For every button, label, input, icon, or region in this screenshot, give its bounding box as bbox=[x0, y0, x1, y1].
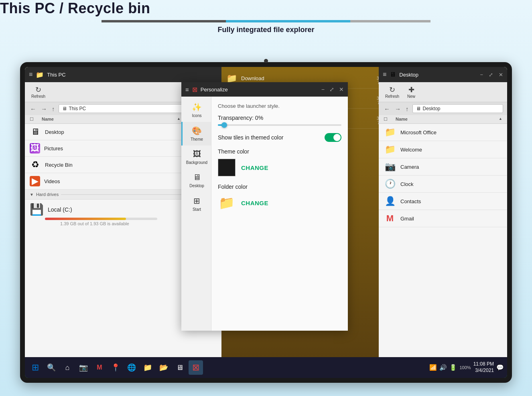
show-tiles-label: Show tiles in themed color bbox=[218, 134, 283, 141]
change-folder-button[interactable]: CHANGE bbox=[241, 200, 268, 206]
right-nav-bar: ← → ↑ 🖥 Desktop bbox=[379, 102, 507, 115]
folder-color-swatch: 📁 bbox=[218, 194, 236, 212]
maps-button[interactable]: 📍 bbox=[108, 360, 123, 375]
toggle-knob bbox=[333, 134, 341, 141]
right-new-button[interactable]: ✚ New bbox=[405, 85, 418, 99]
left-refresh-button[interactable]: ↻ Refresh bbox=[29, 85, 48, 99]
icons-label: Icons bbox=[192, 113, 202, 118]
sidebar-item-theme[interactable]: 🎨 Theme bbox=[181, 122, 211, 145]
right-close-btn[interactable]: ✕ bbox=[499, 72, 503, 78]
right-nav-path[interactable]: 🖥 Desktop bbox=[412, 104, 504, 113]
home-button[interactable]: ⌂ bbox=[60, 360, 75, 375]
file-name: Contacts bbox=[400, 198, 502, 204]
search-button[interactable]: 🔍 bbox=[44, 360, 59, 375]
start-button[interactable]: ⊞ bbox=[28, 360, 43, 375]
back-button[interactable]: ← bbox=[29, 105, 37, 112]
close-button[interactable]: ✕ bbox=[339, 86, 344, 93]
welcome-icon: 📁 bbox=[384, 144, 396, 155]
sidebar-item-background[interactable]: 🖼 Background bbox=[181, 145, 211, 169]
dialog-hamburger-icon[interactable]: ≡ bbox=[185, 86, 189, 93]
sidebar-item-desktop[interactable]: 🖥 Desktop bbox=[181, 169, 211, 192]
theme-color-swatch bbox=[218, 159, 236, 176]
right-refresh-label: Refresh bbox=[385, 94, 399, 99]
clock-app-icon: 🕐 bbox=[384, 179, 396, 189]
gmail-icon: M bbox=[384, 213, 396, 224]
dialog-main: Choose the launcher style. Transparency:… bbox=[211, 97, 348, 331]
page-subtitle: Fully integrated file explorer bbox=[0, 26, 532, 34]
progress-bar-blue bbox=[226, 20, 350, 22]
sidebar-item-icons[interactable]: ✨ Icons bbox=[181, 98, 211, 122]
dialog-title: Personalize bbox=[201, 87, 317, 93]
personalize-icon: ⊠ bbox=[192, 86, 197, 93]
right-path-text: Desktop bbox=[423, 106, 441, 111]
col-name-header: Name bbox=[42, 117, 173, 122]
zoom-badge: 100% bbox=[459, 365, 471, 370]
page-header: This PC / Recycle bin Fully integrated f… bbox=[0, 0, 532, 34]
left-path-text: This PC bbox=[69, 106, 86, 111]
date-display: 3/4/2021 bbox=[473, 368, 494, 374]
tablet-frame: ≡ 📁 This PC ↻ Refresh ← → ↑ 🖥 T bbox=[20, 62, 512, 383]
right-back-button[interactable]: ← bbox=[383, 105, 391, 112]
maximize-button[interactable]: ⤢ bbox=[329, 86, 334, 93]
file-name: Camera bbox=[400, 164, 502, 170]
transparency-slider[interactable] bbox=[218, 124, 341, 126]
refresh-icon: ↻ bbox=[35, 85, 41, 94]
gmail-button[interactable]: M bbox=[92, 360, 107, 375]
folder-color-row: 📁 CHANGE bbox=[218, 194, 341, 212]
desktop-sidebar-icon: 🖥 bbox=[193, 173, 201, 182]
camera-dot bbox=[264, 59, 268, 63]
office-icon: 📁 bbox=[384, 127, 396, 137]
files-button[interactable]: 📁 bbox=[140, 360, 155, 375]
right-forward-button[interactable]: → bbox=[394, 105, 402, 112]
volume-icon: 🔊 bbox=[439, 364, 447, 371]
dialog-sidebar: ✨ Icons 🎨 Theme 🖼 Background bbox=[181, 97, 211, 331]
up-button[interactable]: ↑ bbox=[51, 105, 56, 112]
right-path-icon: 🖥 bbox=[416, 106, 421, 111]
camera-button[interactable]: 📷 bbox=[76, 360, 91, 375]
list-item[interactable]: M Gmail bbox=[379, 210, 507, 227]
theme-color-row: CHANGE bbox=[218, 159, 341, 176]
recycle-bin-icon: ♻ bbox=[30, 160, 41, 170]
left-refresh-label: Refresh bbox=[31, 94, 45, 99]
monitor-button[interactable]: 🖥 bbox=[173, 360, 187, 375]
browser-button[interactable]: 🌐 bbox=[124, 360, 139, 375]
personalize-button[interactable]: ⊠ bbox=[189, 360, 203, 375]
list-item[interactable]: 🕐 Clock bbox=[379, 176, 507, 193]
right-minimize-btn[interactable]: − bbox=[480, 72, 483, 78]
drive-bar-bg bbox=[45, 218, 157, 220]
left-titlebar: ≡ 📁 This PC bbox=[25, 67, 221, 82]
personalize-dialog: ≡ ⊠ Personalize − ⤢ ✕ ✨ Icons bbox=[181, 82, 348, 331]
list-item[interactable]: 📷 Camera bbox=[379, 158, 507, 176]
show-tiles-toggle[interactable] bbox=[325, 133, 341, 142]
drive-bar-fill bbox=[45, 218, 126, 220]
sidebar-item-start[interactable]: ⊞ Start bbox=[181, 192, 211, 216]
theme-label: Theme bbox=[191, 137, 203, 141]
section-description: Choose the launcher style. bbox=[218, 103, 341, 109]
right-titlebar: ≡ 🖥 Desktop − ⤢ ✕ bbox=[379, 67, 507, 82]
left-title-text: This PC bbox=[47, 72, 65, 78]
time-display: 11:08 PM bbox=[473, 361, 494, 368]
left-hamburger-icon[interactable]: ≡ bbox=[29, 71, 32, 78]
theme-icon: 🎨 bbox=[192, 126, 202, 135]
forward-button[interactable]: → bbox=[40, 105, 48, 112]
right-refresh-button[interactable]: ↻ Refresh bbox=[383, 85, 402, 99]
file-name: Gmail bbox=[400, 216, 502, 222]
videos-icon: ▶ bbox=[30, 176, 40, 186]
right-hamburger-icon[interactable]: ≡ bbox=[383, 71, 386, 78]
left-path-icon: 🖥 bbox=[62, 106, 67, 111]
dialog-titlebar: ≡ ⊠ Personalize − ⤢ ✕ bbox=[181, 82, 348, 97]
files2-button[interactable]: 📂 bbox=[156, 360, 171, 375]
right-file-list: 📁 Microsoft Office 📁 Welcome 📷 Camera 🕐 … bbox=[379, 124, 507, 357]
right-maximize-btn[interactable]: ⤢ bbox=[489, 72, 493, 78]
minimize-button[interactable]: − bbox=[321, 86, 325, 93]
section-chevron: ▼ bbox=[30, 192, 34, 197]
list-item[interactable]: 👤 Contacts bbox=[379, 193, 507, 210]
list-item[interactable]: 📁 Welcome bbox=[379, 141, 507, 158]
right-up-button[interactable]: ↑ bbox=[404, 105, 410, 112]
panel-right: ≡ 🖥 Desktop − ⤢ ✕ ↻ Refresh ✚ New bbox=[379, 67, 507, 357]
taskbar: ⊞ 🔍 ⌂ 📷 M 📍 🌐 📁 📂 🖥 ⊠ 📶 🔊 🔋 100% bbox=[25, 357, 507, 378]
list-item[interactable]: 📁 Microsoft Office bbox=[379, 124, 507, 141]
chat-icon[interactable]: 💬 bbox=[496, 364, 504, 371]
change-theme-button[interactable]: CHANGE bbox=[241, 164, 268, 171]
wifi-icon: 📶 bbox=[429, 364, 437, 371]
